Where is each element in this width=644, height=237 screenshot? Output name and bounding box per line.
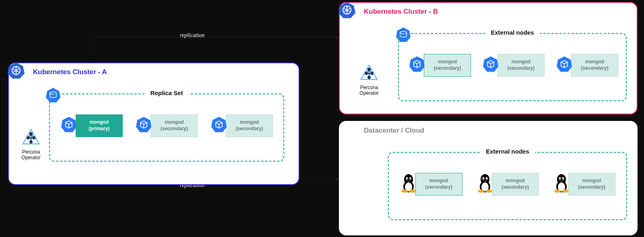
node-label: mongod(secondary) <box>497 54 545 77</box>
node-label: mongod(secondary) <box>492 173 539 195</box>
kubernetes-icon <box>7 62 25 81</box>
node-label: mongod(secondary) <box>424 54 471 77</box>
mongod-node: mongod(secondary) <box>556 54 618 77</box>
group-title: External nodes <box>485 29 540 36</box>
node-label: mongod(secondary) <box>226 114 273 137</box>
dc-title: Datacenter / Cloud <box>364 127 637 135</box>
node-label: mongod(secondary) <box>151 114 198 137</box>
cube-icon <box>211 116 227 135</box>
node-label: mongod(primary) <box>76 114 123 137</box>
mongod-node: mongod(secondary) <box>482 54 545 77</box>
datacenter: Datacenter / Cloud External nodes mongod… <box>339 121 638 235</box>
cluster-a-title: Kubernetes Cluster - A <box>33 68 299 76</box>
cluster-b-title: Kubernetes Cluster - B <box>364 8 637 16</box>
svg-point-53 <box>486 189 492 193</box>
mongod-node: mongod(secondary) <box>135 114 198 137</box>
mongod-node: mongod(secondary) <box>477 173 539 195</box>
node-row: mongod(primary)mongod(secondary)mongod(s… <box>50 94 283 137</box>
mongod-node: mongod(secondary) <box>409 54 471 77</box>
percona-operator: Percona Operator <box>359 63 379 96</box>
tux-icon <box>553 174 570 195</box>
node-label: mongod(secondary) <box>571 54 618 77</box>
kubernetes-icon <box>338 1 356 21</box>
cube-icon <box>135 116 152 135</box>
cluster-b: Kubernetes Cluster - B Percona Operator … <box>339 2 638 114</box>
node-row: mongod(secondary)mongod(secondary)mongod… <box>399 34 626 77</box>
cube-icon <box>60 116 77 135</box>
svg-point-44 <box>409 189 416 193</box>
svg-point-52 <box>478 189 484 193</box>
group-title: External nodes <box>480 148 535 155</box>
external-nodes-group: External nodes mongod(secondary)mongod(s… <box>388 152 627 220</box>
mongod-node: mongod(secondary) <box>211 114 273 137</box>
tux-icon <box>477 174 493 195</box>
svg-point-43 <box>401 189 408 193</box>
tux-icon <box>400 174 417 195</box>
mongod-node: mongod(secondary) <box>400 173 462 195</box>
replica-set-group: Replica Set mongod(primary)mongod(second… <box>49 94 284 162</box>
cube-icon <box>556 56 573 75</box>
svg-point-51 <box>486 179 487 179</box>
svg-point-61 <box>554 189 561 193</box>
mongod-node: mongod(secondary) <box>553 173 615 195</box>
group-title: Replica Set <box>145 89 189 96</box>
percona-operator: Percona Operator <box>21 128 41 160</box>
node-label: mongod(secondary) <box>568 173 615 195</box>
cube-icon <box>409 56 425 75</box>
svg-point-59 <box>559 179 560 179</box>
svg-point-50 <box>483 179 484 179</box>
node-row: mongod(secondary)mongod(secondary)mongod… <box>389 153 626 195</box>
svg-point-41 <box>407 179 407 179</box>
svg-point-62 <box>562 189 569 193</box>
cube-icon <box>482 56 499 75</box>
external-nodes-group: External nodes mongod(secondary)mongod(s… <box>398 33 627 101</box>
replication-label-1: replication <box>180 32 204 39</box>
mongod-node: mongod(primary) <box>60 114 123 137</box>
cluster-a: Kubernetes Cluster - A Percona Operator … <box>8 62 299 185</box>
node-label: mongod(secondary) <box>415 173 462 195</box>
svg-point-60 <box>562 179 563 179</box>
svg-point-42 <box>409 179 410 179</box>
